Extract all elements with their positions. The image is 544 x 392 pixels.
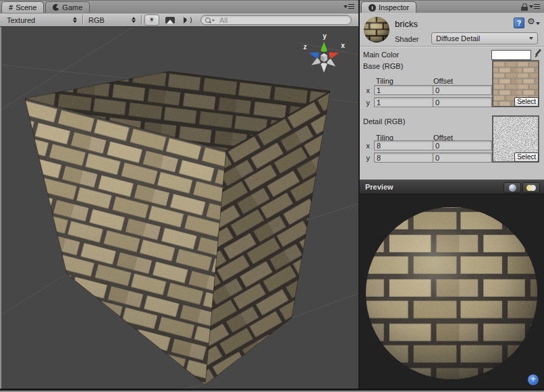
- scene-tabstrip: # Scene Game: [0, 0, 358, 13]
- render-mode-value: Textured: [3, 16, 35, 24]
- base-tiling-header: Tiling: [376, 77, 393, 85]
- tab-game[interactable]: Game: [45, 1, 90, 13]
- section-divider: [360, 46, 544, 47]
- tab-game-label: Game: [62, 3, 82, 11]
- material-preview-icon: [363, 16, 390, 43]
- gizmo-z-label[interactable]: z: [304, 43, 307, 51]
- main-color-label: Main Color: [363, 51, 399, 59]
- inspector-tabstrip: i Inspector: [360, 0, 544, 13]
- base-offset-header: Offset: [433, 77, 453, 85]
- inspector-panel: i Inspector bricks Shader Diffuse Detail…: [360, 0, 544, 392]
- preview-sphere-button[interactable]: [504, 182, 521, 193]
- inspector-menu-icon[interactable]: [529, 4, 540, 9]
- scene-panel: # Scene Game Textured RGB ☀: [0, 0, 358, 392]
- preview-zoom-plus-button[interactable]: +: [528, 374, 539, 385]
- tab-scene[interactable]: # Scene: [1, 1, 44, 13]
- scene-search-field[interactable]: [200, 15, 352, 25]
- detail-x-axis-label: x: [362, 142, 370, 150]
- search-icon: [205, 18, 211, 23]
- shader-label: Shader: [395, 35, 418, 43]
- detail-offset-y-input[interactable]: [433, 152, 492, 163]
- image-icon: [165, 17, 175, 24]
- base-y-axis-label: y: [362, 99, 370, 107]
- detail-texture-thumbnail[interactable]: Select: [492, 115, 539, 163]
- audio-toggle-button[interactable]: [181, 15, 195, 25]
- preview-sphere: [366, 207, 537, 379]
- preview-canvas: [360, 194, 544, 392]
- updown-icon: [73, 17, 77, 23]
- preview-header[interactable]: Preview: [360, 179, 544, 194]
- base-section-label: Base (RGB): [363, 62, 403, 70]
- channel-dropdown[interactable]: RGB: [84, 13, 140, 26]
- detail-texture-select-button[interactable]: Select: [514, 152, 539, 162]
- base-texture-select-button[interactable]: Select: [514, 97, 539, 107]
- lights-icon: [526, 185, 536, 191]
- material-name: bricks: [395, 19, 418, 29]
- detail-section-label: Detail (RGB): [363, 117, 405, 125]
- gizmo-x-label[interactable]: x: [341, 42, 345, 49]
- eyedropper-icon[interactable]: [533, 48, 543, 59]
- base-tiling-y-input[interactable]: [374, 97, 433, 107]
- unity-editor-window: # Scene Game Textured RGB ☀: [0, 0, 544, 392]
- scene-viewport[interactable]: y x z: [0, 27, 358, 392]
- sphere-icon: [509, 184, 516, 192]
- render-mode-dropdown[interactable]: Textured: [3, 13, 81, 26]
- toolbar-separator: [141, 15, 142, 25]
- preview-lighting-button[interactable]: [522, 182, 540, 193]
- help-icon[interactable]: ?: [514, 18, 524, 28]
- tab-scene-label: Scene: [16, 3, 36, 11]
- material-inspector: bricks Shader Diffuse Detail ? ⚙ Main Co…: [360, 13, 544, 179]
- game-icon: [53, 4, 59, 11]
- gear-icon[interactable]: ⚙: [527, 16, 540, 26]
- search-filter-arrow-icon[interactable]: [212, 20, 215, 22]
- preview-body[interactable]: +: [360, 194, 544, 392]
- updown-icon: [132, 17, 136, 23]
- chevron-down-icon: [529, 37, 533, 40]
- channel-value: RGB: [84, 16, 105, 24]
- panel-divider[interactable]: [358, 0, 360, 392]
- info-icon: i: [369, 4, 376, 11]
- lock-icon[interactable]: [521, 3, 528, 11]
- scene-canvas: y x z: [1, 27, 358, 392]
- gizmo-y-label[interactable]: y: [323, 32, 327, 40]
- speaker-icon: [184, 16, 192, 24]
- tab-inspector[interactable]: i Inspector: [361, 1, 416, 13]
- base-offset-y-input[interactable]: [433, 97, 492, 107]
- shader-value: Diffuse Detail: [432, 34, 480, 43]
- skybox-fx-button[interactable]: [162, 15, 178, 25]
- base-offset-x-input[interactable]: [433, 85, 492, 95]
- base-texture-thumbnail[interactable]: Select: [492, 60, 539, 107]
- scene-panel-menu-icon[interactable]: [344, 4, 354, 9]
- detail-offset-x-input[interactable]: [433, 140, 492, 150]
- base-tiling-x-input[interactable]: [374, 85, 433, 95]
- preview-title: Preview: [365, 183, 393, 191]
- toolbar-separator: [82, 15, 83, 25]
- detail-y-axis-label: y: [362, 154, 370, 162]
- lighting-toggle-button[interactable]: ☀: [144, 14, 159, 26]
- window-bottom-edge: [0, 389, 544, 392]
- search-input[interactable]: [218, 16, 347, 25]
- tab-inspector-label: Inspector: [379, 3, 409, 11]
- base-x-axis-label: x: [362, 86, 370, 94]
- grid-icon: #: [9, 4, 13, 11]
- scene-toolbar: Textured RGB ☀: [0, 13, 358, 27]
- shader-dropdown[interactable]: Diffuse Detail: [431, 32, 538, 45]
- detail-tiling-y-input[interactable]: [374, 152, 433, 163]
- main-color-swatch[interactable]: [491, 50, 531, 60]
- detail-tiling-x-input[interactable]: [374, 140, 433, 150]
- sun-icon: ☀: [148, 16, 155, 24]
